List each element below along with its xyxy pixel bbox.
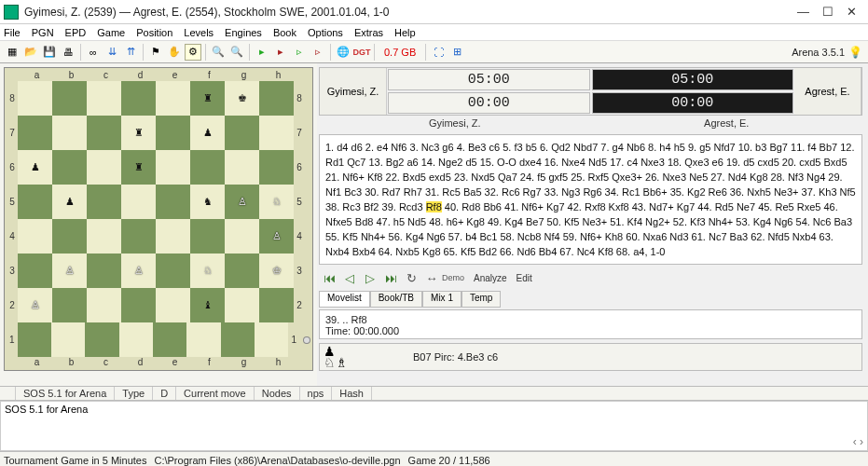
engine-icon[interactable]: ⚙ [185,44,201,61]
nav-demo-icon[interactable]: ↔ [423,269,440,286]
black-pawn-icon[interactable]: ♟ [203,128,213,138]
square-a4[interactable] [18,219,52,254]
nav-refresh-icon[interactable]: ↻ [403,269,420,286]
menu-help[interactable]: Help [394,27,416,38]
save-icon[interactable]: 💾 [41,44,58,61]
white-king-icon[interactable]: ♔ [272,266,282,276]
square-d6[interactable]: ♜ [121,150,156,185]
expand-icon[interactable]: ⛶ [430,44,447,61]
square-f2[interactable]: ♝ [190,288,225,322]
square-c6[interactable] [87,150,121,185]
square-d7[interactable]: ♜ [121,116,156,150]
move-list[interactable]: 1. d4 d6 2. e4 Nf6 3. Nc3 g6 4. Be3 c6 5… [319,134,862,265]
menu-extras[interactable]: Extras [354,27,383,38]
black-king-icon[interactable]: ♚ [238,93,247,103]
square-c4[interactable] [87,219,121,254]
white-pawn-icon[interactable]: ♙ [272,231,282,241]
black-pawn-icon[interactable]: ♟ [65,197,75,207]
print-icon[interactable]: 🖶 [60,44,76,61]
square-d2[interactable] [121,288,156,322]
square-b2[interactable] [52,288,87,322]
square-e1[interactable] [153,322,186,357]
square-h1[interactable] [255,322,288,357]
square-b4[interactable] [52,219,87,254]
square-a6[interactable]: ♟ [18,150,52,185]
level-down-icon[interactable]: ⇊ [103,44,120,61]
close-button[interactable]: ✕ [847,5,857,19]
globe-icon[interactable]: 🌐 [335,44,351,61]
square-a5[interactable] [18,185,52,219]
square-b3[interactable]: ♙ [52,254,87,288]
square-b6[interactable] [52,150,87,185]
square-b7[interactable] [52,116,87,150]
square-h6[interactable] [259,150,294,185]
square-h7[interactable] [259,116,294,150]
level-up-icon[interactable]: ⇈ [122,44,139,61]
white-knight-icon[interactable]: ♘ [272,197,282,207]
square-g3[interactable] [225,254,259,288]
tab-booktb[interactable]: Book/TB [370,291,422,308]
black-knight-icon[interactable]: ♞ [203,197,213,207]
square-c5[interactable] [87,185,121,219]
nav-last-icon[interactable]: ⏭ [382,269,399,286]
square-h5[interactable]: ♘ [259,185,294,219]
status-sos[interactable]: SOS 5.1 for Arena [16,387,115,400]
square-d8[interactable] [121,81,156,116]
menu-options[interactable]: Options [308,27,343,38]
nav-prev-icon[interactable]: ◁ [341,269,358,286]
square-c3[interactable] [87,254,121,288]
analyze-button[interactable]: Analyze [474,273,507,283]
tab-temp[interactable]: Temp [462,291,501,308]
square-e3[interactable] [156,254,190,288]
square-c2[interactable] [87,288,121,322]
board-icon[interactable]: ▦ [4,44,21,61]
pgn-minus-icon[interactable]: ▸ [272,44,289,61]
tab-mix1[interactable]: Mix 1 [422,291,462,308]
square-e2[interactable] [156,288,190,322]
zoom-out-icon[interactable]: 🔍 [228,44,245,61]
square-f8[interactable]: ♜ [190,81,225,116]
square-b8[interactable] [52,81,87,116]
dgt-icon[interactable]: DGT [353,44,370,61]
square-h4[interactable]: ♙ [259,219,294,254]
zoom-in-icon[interactable]: 🔍 [210,44,227,61]
menu-position[interactable]: Position [136,27,172,38]
square-e5[interactable] [156,185,190,219]
square-h3[interactable]: ♔ [259,254,294,288]
square-g6[interactable] [225,150,259,185]
square-g2[interactable] [225,288,259,322]
square-g5[interactable]: ♙ [225,185,259,219]
square-g4[interactable] [225,219,259,254]
epd-plus-icon[interactable]: ▹ [291,44,308,61]
square-c8[interactable] [87,81,121,116]
nav-next-icon[interactable]: ▷ [362,269,379,286]
pgn-plus-icon[interactable]: ▸ [254,44,270,61]
square-c1[interactable] [85,322,118,357]
square-a2[interactable]: ♙ [18,288,52,322]
square-f4[interactable] [190,219,225,254]
menu-levels[interactable]: Levels [184,27,214,38]
square-g7[interactable] [225,116,259,150]
square-a3[interactable] [18,254,52,288]
square-d4[interactable] [121,219,156,254]
bulb-icon[interactable]: 💡 [848,46,862,59]
square-f5[interactable]: ♞ [190,185,225,219]
square-b1[interactable] [51,322,85,357]
engine-output[interactable]: SOS 5.1 for Arena ‹ › [0,401,868,451]
black-rook-icon[interactable]: ♜ [134,128,144,138]
square-f3[interactable]: ♘ [190,254,225,288]
menu-book[interactable]: Book [273,27,296,38]
grid-icon[interactable]: ⊞ [448,44,465,61]
maximize-button[interactable]: ☐ [822,5,834,19]
square-h2[interactable] [259,288,294,322]
edit-button[interactable]: Edit [517,273,532,283]
white-pawn-icon[interactable]: ♙ [65,266,75,276]
infinity-icon[interactable]: ∞ [85,44,102,61]
black-bishop-icon[interactable]: ♝ [203,300,213,310]
square-d5[interactable] [121,185,156,219]
hand-icon[interactable]: ✋ [166,44,183,61]
square-e7[interactable] [156,116,190,150]
black-pawn-icon[interactable]: ♟ [31,162,40,172]
square-g8[interactable]: ♚ [225,81,259,116]
nav-first-icon[interactable]: ⏮ [321,269,338,286]
